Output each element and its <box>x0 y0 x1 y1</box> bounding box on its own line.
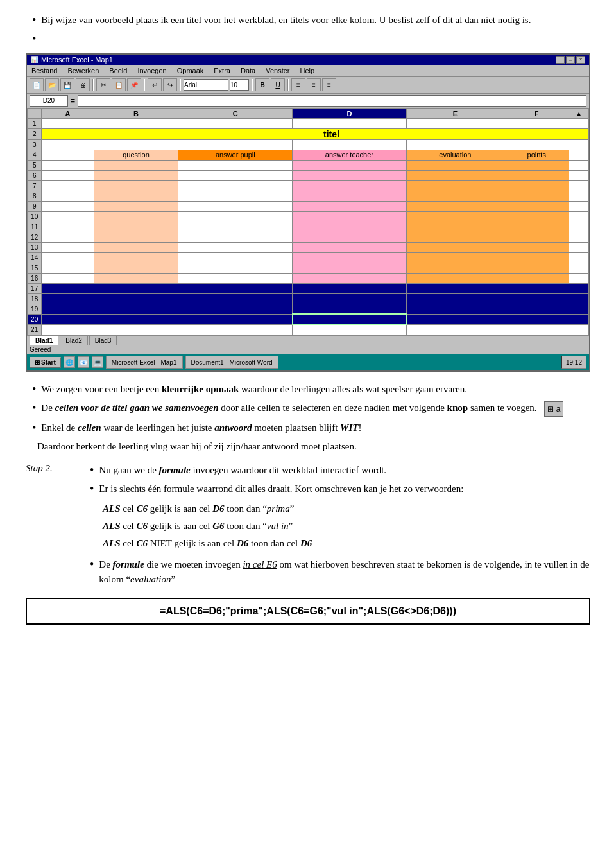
taskbar-excel[interactable]: Microsoft Excel - Map1 <box>106 356 183 369</box>
taskbar-icon-3[interactable]: 💻 <box>92 356 103 368</box>
cell-f20[interactable] <box>504 314 569 324</box>
cell-a8[interactable] <box>42 191 94 201</box>
bold-btn[interactable]: B <box>255 78 270 91</box>
cell-b9[interactable] <box>94 201 178 211</box>
cell-g2[interactable] <box>569 128 589 139</box>
cell-g3[interactable] <box>569 139 589 150</box>
cell-g7[interactable] <box>569 180 589 191</box>
cell-a4[interactable] <box>42 150 94 160</box>
undo-btn[interactable]: ↩ <box>148 78 162 91</box>
cell-b8[interactable] <box>94 191 178 201</box>
cell-d10[interactable] <box>293 211 407 222</box>
cell-b4-question[interactable]: question <box>94 150 178 160</box>
cell-e12[interactable] <box>406 232 504 242</box>
cell-e1[interactable] <box>406 118 504 128</box>
cell-b15[interactable] <box>94 263 178 273</box>
cell-e16[interactable] <box>406 273 504 283</box>
cell-a9[interactable] <box>42 201 94 211</box>
cell-b7[interactable] <box>94 180 178 191</box>
cell-b18[interactable] <box>94 293 178 304</box>
cell-c11[interactable] <box>178 222 293 232</box>
font-size-selector[interactable] <box>230 79 249 91</box>
cell-b3[interactable] <box>94 139 178 150</box>
cell-c15[interactable] <box>178 263 293 273</box>
cell-g18[interactable] <box>569 293 589 304</box>
cell-c17[interactable] <box>178 283 293 293</box>
cell-a5[interactable] <box>42 160 94 170</box>
cell-c18[interactable] <box>178 293 293 304</box>
cell-f14[interactable] <box>504 252 569 263</box>
namebox[interactable] <box>30 95 68 107</box>
cell-a3[interactable] <box>42 139 94 150</box>
cell-a12[interactable] <box>42 232 94 242</box>
col-header-f[interactable]: F <box>504 109 569 118</box>
underline-btn[interactable]: U <box>271 78 285 91</box>
cell-f6[interactable] <box>504 170 569 180</box>
cell-e6[interactable] <box>406 170 504 180</box>
cell-g15[interactable] <box>569 263 589 273</box>
cell-d19[interactable] <box>293 304 407 314</box>
cell-e14[interactable] <box>406 252 504 263</box>
menu-venster[interactable]: Venster <box>264 66 291 75</box>
print-btn[interactable]: 🖨 <box>76 78 90 91</box>
col-header-d[interactable]: D <box>293 109 407 118</box>
cell-d11[interactable] <box>293 222 407 232</box>
align-center-btn[interactable]: ≡ <box>307 78 321 91</box>
redo-btn[interactable]: ↪ <box>163 78 177 91</box>
cell-f18[interactable] <box>504 293 569 304</box>
col-header-b[interactable]: B <box>94 109 178 118</box>
cell-e20[interactable] <box>406 314 504 324</box>
cell-c3[interactable] <box>178 139 293 150</box>
cell-c21[interactable] <box>178 324 293 335</box>
taskbar-word[interactable]: Document1 - Microsoft Word <box>185 356 278 369</box>
cell-f3[interactable] <box>504 139 569 150</box>
cell-d21[interactable] <box>293 324 407 335</box>
cell-c12[interactable] <box>178 232 293 242</box>
cell-a1[interactable] <box>42 118 94 128</box>
cell-c8[interactable] <box>178 191 293 201</box>
cell-c13[interactable] <box>178 242 293 252</box>
cell-d15[interactable] <box>293 263 407 273</box>
menu-extra[interactable]: Extra <box>212 66 232 75</box>
cell-e19[interactable] <box>406 304 504 314</box>
cell-c1[interactable] <box>178 118 293 128</box>
cell-b11[interactable] <box>94 222 178 232</box>
cell-b13[interactable] <box>94 242 178 252</box>
cell-title[interactable]: titel <box>94 128 569 139</box>
cell-b5[interactable] <box>94 160 178 170</box>
cell-g10[interactable] <box>569 211 589 222</box>
cell-g8[interactable] <box>569 191 589 201</box>
cell-g14[interactable] <box>569 252 589 263</box>
taskbar-icon-1[interactable]: 🌐 <box>64 356 75 368</box>
cell-f17[interactable] <box>504 283 569 293</box>
cell-f8[interactable] <box>504 191 569 201</box>
cell-b21[interactable] <box>94 324 178 335</box>
cell-f13[interactable] <box>504 242 569 252</box>
new-btn[interactable]: 📄 <box>30 78 44 91</box>
cell-g5[interactable] <box>569 160 589 170</box>
cell-b6[interactable] <box>94 170 178 180</box>
cell-c9[interactable] <box>178 201 293 211</box>
cell-d9[interactable] <box>293 201 407 211</box>
cell-e11[interactable] <box>406 222 504 232</box>
sheet-tab-blad2[interactable]: Blad2 <box>60 336 88 345</box>
cell-e21[interactable] <box>406 324 504 335</box>
cell-d17[interactable] <box>293 283 407 293</box>
sheet-tab-blad1[interactable]: Blad1 <box>30 336 58 345</box>
cell-d8[interactable] <box>293 191 407 201</box>
menu-invoegen[interactable]: Invoegen <box>135 66 168 75</box>
cell-f12[interactable] <box>504 232 569 242</box>
cell-a13[interactable] <box>42 242 94 252</box>
cell-e5[interactable] <box>406 160 504 170</box>
cell-c5[interactable] <box>178 160 293 170</box>
sheet-tab-blad3[interactable]: Blad3 <box>89 336 117 345</box>
cell-g4[interactable] <box>569 150 589 160</box>
cell-a21[interactable] <box>42 324 94 335</box>
copy-btn[interactable]: 📋 <box>112 78 126 91</box>
cell-a17[interactable] <box>42 283 94 293</box>
cell-d5[interactable] <box>293 160 407 170</box>
cell-b16[interactable] <box>94 273 178 283</box>
cell-f4-points[interactable]: points <box>504 150 569 160</box>
cell-d13[interactable] <box>293 242 407 252</box>
cell-f19[interactable] <box>504 304 569 314</box>
